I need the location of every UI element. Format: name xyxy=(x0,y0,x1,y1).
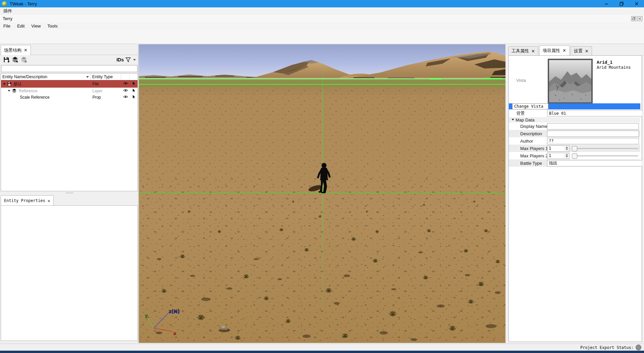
display-name-input[interactable] xyxy=(547,123,639,130)
slider-handle[interactable] xyxy=(572,153,577,159)
panel-splitter[interactable] xyxy=(0,191,139,195)
tab-scene-structure[interactable]: 场景结构 ✕ xyxy=(1,45,31,55)
quantity-stepper[interactable] xyxy=(565,145,570,152)
menu-edit[interactable]: Edit xyxy=(14,22,28,30)
plugins-menubar: 插件 xyxy=(0,7,644,15)
table-row-reference[interactable]: Reference Layer xyxy=(1,88,138,94)
axis-x-label: x xyxy=(173,331,176,336)
export-status-indicator xyxy=(636,345,641,350)
properties-tabs: 工具属性 ✕ 项目属性 ✕ 设置 ✕ xyxy=(508,45,592,55)
entity-properties-content xyxy=(1,205,138,341)
menu-file[interactable]: File xyxy=(0,22,14,30)
tab-label: 项目属性 xyxy=(543,48,560,54)
max-players-1-input[interactable] xyxy=(547,145,565,152)
close-icon[interactable]: ✕ xyxy=(24,48,28,53)
column-entity-type[interactable]: Entity Type xyxy=(92,74,113,79)
chevron-down-icon[interactable] xyxy=(133,59,136,62)
file-icon xyxy=(7,82,12,86)
collapse-icon[interactable] xyxy=(512,119,514,122)
selectable-toggle[interactable] xyxy=(129,81,138,87)
close-icon[interactable]: ✕ xyxy=(585,49,589,54)
scene-filter-input[interactable] xyxy=(1,65,138,72)
tab-label: 设置 xyxy=(574,48,583,54)
quantity-stepper[interactable] xyxy=(565,153,570,159)
description-input[interactable] xyxy=(547,131,639,137)
ids-button[interactable]: IDs xyxy=(116,57,124,62)
close-icon[interactable]: ✕ xyxy=(562,48,566,53)
map-data-label: Map Data xyxy=(516,117,534,122)
menu-plugins[interactable]: 插件 xyxy=(0,7,15,15)
close-icon[interactable]: ✕ xyxy=(48,198,50,203)
max-players-2-row: Max Players 2 xyxy=(509,152,640,159)
author-input[interactable] xyxy=(547,138,639,144)
scrollbar[interactable] xyxy=(642,55,644,342)
minimize-button[interactable] xyxy=(599,0,614,7)
visibility-toggle[interactable] xyxy=(121,88,129,94)
table-row-default[interactable]: 默认 File xyxy=(1,80,138,88)
expander-icon[interactable] xyxy=(8,90,10,93)
battle-type-label: Battle Type xyxy=(520,161,542,166)
close-icon[interactable]: ✕ xyxy=(531,49,535,54)
tab-tool-properties[interactable]: 工具属性 ✕ xyxy=(508,46,538,55)
app-icon xyxy=(2,1,7,6)
viewport-scene[interactable]: y z(N) x xyxy=(139,44,505,343)
max-players-2-input[interactable] xyxy=(547,153,565,159)
tab-settings[interactable]: 设置 ✕ xyxy=(571,46,592,55)
mdi-title: Terry xyxy=(0,15,16,22)
mdi-titlebar: Terry xyxy=(0,15,644,22)
entity-name: Reference xyxy=(19,89,37,93)
change-vista-button[interactable]: Change Vista xyxy=(512,103,548,109)
menu-view[interactable]: View xyxy=(28,22,44,30)
max-players-1-row: Max Players 1 xyxy=(509,145,640,152)
expander-icon[interactable] xyxy=(3,83,6,86)
battle-type-dropdown[interactable]: 陆战 xyxy=(547,160,644,166)
background-value: Blue 01 xyxy=(547,111,644,116)
scene-tabs: 场景结构 ✕ xyxy=(0,44,139,55)
selectable-toggle[interactable] xyxy=(129,88,138,94)
menu-tools[interactable]: Tools xyxy=(44,22,61,30)
table-row-scale-reference[interactable]: Scale Reference Prop xyxy=(1,94,138,100)
change-vista-row: Change Vista xyxy=(509,103,640,109)
background-dropdown[interactable]: Blue 01 xyxy=(547,110,644,116)
vista-label: Vista xyxy=(516,78,526,83)
layer-remove-button[interactable] xyxy=(19,56,28,64)
close-button[interactable] xyxy=(629,0,644,7)
axis-y-label: y xyxy=(145,313,148,318)
app-window: TWeak - Terry 插件 Terry xyxy=(0,0,644,353)
tab-project-properties[interactable]: 项目属性 ✕ xyxy=(539,45,570,55)
window-bottom-edge xyxy=(0,351,644,353)
tab-entity-properties[interactable]: Entity Properties ✕ xyxy=(1,195,54,206)
scene-structure-panel: 场景结构 ✕ xyxy=(0,44,139,343)
selectable-toggle[interactable] xyxy=(129,94,138,100)
filter-button[interactable] xyxy=(124,56,132,64)
visibility-toggle[interactable] xyxy=(121,81,129,87)
vista-name: Arid_1 xyxy=(597,60,612,65)
scene-toolbar: IDs xyxy=(0,55,139,64)
layer-add-button[interactable] xyxy=(11,56,19,64)
status-bar: Project Export Status: xyxy=(0,344,644,351)
titlebar[interactable]: TWeak - Terry xyxy=(0,0,644,7)
entity-properties-tabs: Entity Properties ✕ xyxy=(0,195,139,205)
slider-handle[interactable] xyxy=(572,146,577,151)
tab-label: 工具属性 xyxy=(512,48,529,54)
max-players-2-slider[interactable] xyxy=(572,153,639,159)
axis-z-label: z(N) xyxy=(169,309,180,314)
max-players-1-slider[interactable] xyxy=(572,145,639,152)
map-data-group[interactable]: Map Data xyxy=(509,117,640,122)
viewport-3d[interactable]: y z(N) x xyxy=(139,44,505,343)
column-entity-name[interactable]: Entity Name/Description xyxy=(2,74,47,79)
vista-thumbnail[interactable] xyxy=(548,59,593,104)
project-properties-content: Vista xyxy=(508,55,642,342)
mdi-restore-icon[interactable] xyxy=(631,16,636,21)
entity-type: File xyxy=(92,82,99,86)
tree-header[interactable]: Entity Name/Description Entity Type xyxy=(1,73,138,80)
restore-button[interactable] xyxy=(614,0,629,7)
save-file-add-button[interactable] xyxy=(2,56,11,64)
sort-descending-icon[interactable] xyxy=(86,76,89,79)
pointer-icon xyxy=(131,81,136,87)
visibility-toggle[interactable] xyxy=(121,94,129,100)
layer-icon xyxy=(12,88,17,93)
eye-icon xyxy=(123,94,128,100)
main-menubar: File Edit View Tools xyxy=(0,22,644,30)
mdi-close-icon[interactable] xyxy=(637,16,642,21)
